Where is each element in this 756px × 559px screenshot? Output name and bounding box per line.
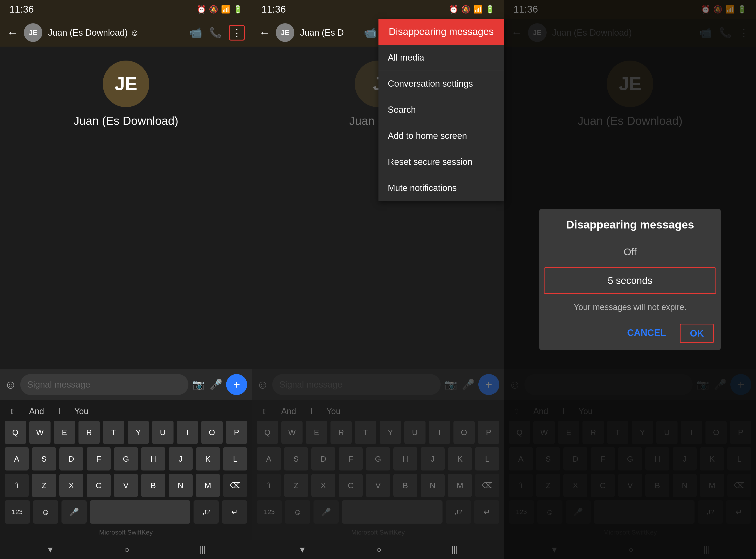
key-space-1[interactable] xyxy=(90,500,190,523)
key-x-1[interactable]: X xyxy=(60,474,83,497)
alarm-icon-2: ⏰ xyxy=(449,5,458,14)
keyboard-row-2-2: A S D F G H J K L xyxy=(252,447,504,470)
video-icon-1[interactable]: 📹 xyxy=(189,26,202,39)
nav-down-1[interactable]: ▼ xyxy=(46,545,54,555)
dropdown-disappearing-messages[interactable]: Disappearing messages xyxy=(379,19,504,45)
signal-icon-2: 📶 xyxy=(473,5,483,14)
back-button-1[interactable]: ← xyxy=(7,26,18,39)
key-mic-bottom-2: 🎤 xyxy=(314,500,339,523)
keyboard-suggestions-2: ⇧ And I You xyxy=(252,402,504,421)
nav-home-1[interactable]: ○ xyxy=(124,545,130,555)
key-g-1[interactable]: G xyxy=(114,447,138,470)
panel-1: 11:36 ⏰ 🔕 📶 🔋 ← JE Juan (Es Download) ☺ … xyxy=(0,0,252,559)
key-j-1[interactable]: J xyxy=(169,447,192,470)
key-s-1[interactable]: S xyxy=(32,447,56,470)
message-input-1[interactable]: Signal message xyxy=(20,374,188,395)
key-f-2: F xyxy=(339,447,363,470)
key-o-1[interactable]: O xyxy=(201,421,223,444)
key-i-1[interactable]: I xyxy=(177,421,198,444)
key-v-1[interactable]: V xyxy=(114,474,138,497)
key-b-2: B xyxy=(393,474,417,497)
dialog-ok-button[interactable]: OK xyxy=(680,324,714,343)
key-punct-1[interactable]: ,!? xyxy=(193,500,219,523)
send-button-2: + xyxy=(478,374,499,395)
suggestion-i-1[interactable]: I xyxy=(58,406,60,416)
key-enter-2: ↵ xyxy=(474,500,499,523)
dialog-cancel-button[interactable]: CANCEL xyxy=(618,324,675,343)
dropdown-add-to-home-screen[interactable]: Add to home screen xyxy=(379,123,504,149)
keyboard-row-3-2: ⇧ Z X C V B N M ⌫ xyxy=(252,474,504,497)
key-shift-2: ⇧ xyxy=(257,474,281,497)
dropdown-search[interactable]: Search xyxy=(379,97,504,123)
key-h-1[interactable]: H xyxy=(141,447,165,470)
key-f-1[interactable]: F xyxy=(87,447,111,470)
suggestion-arrow-2: ⇧ xyxy=(261,407,267,416)
key-p-1[interactable]: P xyxy=(226,421,247,444)
dialog-option-off[interactable]: Off xyxy=(539,238,721,266)
dropdown-all-media[interactable]: All media xyxy=(379,45,504,71)
key-w-1[interactable]: W xyxy=(29,421,51,444)
key-y-1[interactable]: Y xyxy=(128,421,149,444)
suggestion-and-2: And xyxy=(281,406,296,416)
send-button-1[interactable]: + xyxy=(226,374,247,395)
key-shift-1[interactable]: ⇧ xyxy=(5,474,29,497)
key-123-2: 123 xyxy=(257,500,282,523)
keyboard-row-4-2: 123 ☺ 🎤 ,!? ↵ xyxy=(252,500,504,523)
key-a-1[interactable]: A xyxy=(5,447,29,470)
key-t-1[interactable]: T xyxy=(103,421,124,444)
nav-down-2: ▼ xyxy=(298,545,306,555)
contact-title-2[interactable]: Juan (Es D xyxy=(300,28,358,38)
key-u-1[interactable]: U xyxy=(152,421,174,444)
key-emoji-bottom-1[interactable]: ☺ xyxy=(33,500,58,523)
video-icon-2[interactable]: 📹 xyxy=(364,26,376,39)
status-icons-1: ⏰ 🔕 📶 🔋 xyxy=(197,5,243,14)
mic-icon-1[interactable]: 🎤 xyxy=(210,379,223,390)
dropdown-reset-secure-session[interactable]: Reset secure session xyxy=(379,149,504,175)
contact-title-1[interactable]: Juan (Es Download) ☺ xyxy=(48,28,184,38)
phone-icon-1[interactable]: 📞 xyxy=(209,26,222,39)
key-mic-bottom-1[interactable]: 🎤 xyxy=(62,500,87,523)
key-emoji-bottom-2: ☺ xyxy=(285,500,310,523)
key-z-1[interactable]: Z xyxy=(32,474,56,497)
suggestion-and-1[interactable]: And xyxy=(29,406,44,416)
key-m-1[interactable]: M xyxy=(196,474,220,497)
key-l-2: L xyxy=(475,447,499,470)
key-r-1[interactable]: R xyxy=(78,421,100,444)
key-q-1[interactable]: Q xyxy=(5,421,26,444)
key-k-1[interactable]: K xyxy=(196,447,220,470)
nav-home-2: ○ xyxy=(376,545,382,555)
more-icon-1[interactable]: ⋮ xyxy=(229,25,245,41)
key-l-1[interactable]: L xyxy=(223,447,247,470)
dropdown-conversation-settings[interactable]: Conversation settings xyxy=(379,71,504,97)
avatar-2[interactable]: JE xyxy=(276,23,294,42)
dropdown-mute-notifications[interactable]: Mute notifications xyxy=(379,175,504,201)
suggestion-you-2: You xyxy=(326,406,341,416)
dialog-option-5seconds[interactable]: 5 seconds xyxy=(544,267,716,294)
key-123-1[interactable]: 123 xyxy=(5,500,30,523)
camera-icon-1[interactable]: 📷 xyxy=(192,379,205,390)
nav-recents-1[interactable]: ||| xyxy=(199,545,206,555)
emoji-icon-1[interactable]: ☺ xyxy=(5,378,17,391)
suggestion-you-1[interactable]: You xyxy=(74,406,89,416)
key-w-2: W xyxy=(281,421,303,444)
key-backspace-1[interactable]: ⌫ xyxy=(223,474,247,497)
camera-icon-2: 📷 xyxy=(444,379,457,390)
disappearing-messages-dialog: Disappearing messages Off 5 seconds Your… xyxy=(539,209,721,350)
key-c-1[interactable]: C xyxy=(87,474,111,497)
key-b-1[interactable]: B xyxy=(141,474,165,497)
key-s-2: S xyxy=(284,447,308,470)
dialog-title: Disappearing messages xyxy=(539,209,721,238)
input-icons-2: 📷 🎤 xyxy=(444,379,475,390)
suggestion-arrow-1: ⇧ xyxy=(9,407,15,416)
key-e-1[interactable]: E xyxy=(54,421,75,444)
avatar-1[interactable]: JE xyxy=(24,23,42,42)
keyboard-brand-2: Microsoft SwiftKey xyxy=(252,527,504,538)
key-d-1[interactable]: D xyxy=(60,447,83,470)
message-placeholder-1: Signal message xyxy=(27,380,90,390)
message-input-area-2: ☺ Signal message 📷 🎤 + xyxy=(252,370,504,400)
key-enter-1[interactable]: ↵ xyxy=(222,500,247,523)
nav-recents-2: ||| xyxy=(451,545,458,555)
back-button-2[interactable]: ← xyxy=(259,26,270,39)
key-space-2 xyxy=(342,500,442,523)
key-n-1[interactable]: N xyxy=(169,474,192,497)
